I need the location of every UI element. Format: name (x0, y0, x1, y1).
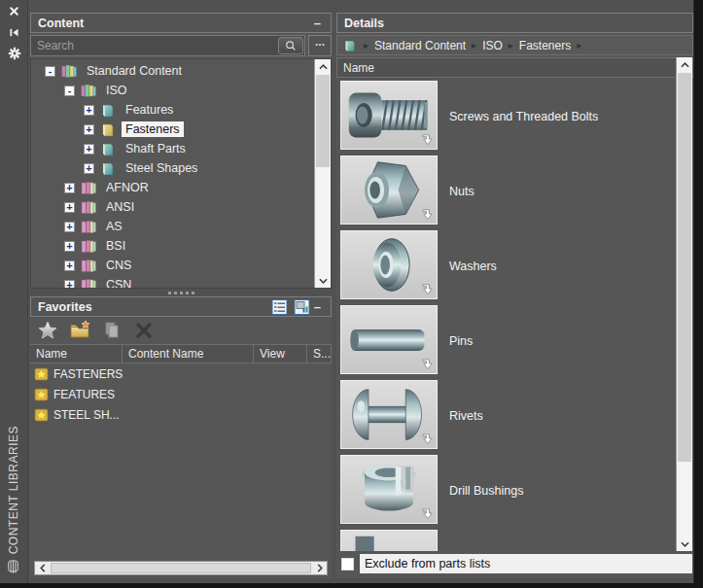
breadcrumb-standard-content[interactable]: Standard Content (374, 39, 466, 52)
content-libraries-palette: CONTENT LIBRARIES Content – ... (0, 0, 703, 588)
tree-item-iso[interactable]: -ISO (31, 81, 313, 100)
drill-down-arrow-icon (420, 506, 435, 521)
scroll-up-button[interactable] (677, 57, 692, 72)
details-panel-header: Details (336, 13, 693, 33)
content-tree-scrollbar[interactable] (314, 59, 331, 288)
tree-item-afnor[interactable]: +AFNOR (31, 178, 313, 197)
delete-button[interactable] (132, 319, 156, 342)
favorites-horizontal-scrollbar[interactable] (34, 561, 328, 575)
content-minimize-button[interactable]: – (311, 16, 324, 30)
details-footer: Exclude from parts lists (336, 553, 692, 574)
washer-thumbnail[interactable] (340, 230, 438, 299)
details-item-screws-and-threaded-bolts[interactable]: Screws and Threaded Bolts (336, 79, 676, 154)
breadcrumb-iso[interactable]: ISO (482, 39, 503, 52)
scroll-left-button[interactable] (35, 562, 50, 574)
nut-thumbnail[interactable] (340, 156, 438, 225)
book-green-icon (99, 103, 117, 118)
tree-item-cns[interactable]: +CNS (31, 256, 313, 275)
favorites-minimize-button[interactable]: – (311, 299, 324, 314)
partial-thumbnail[interactable] (340, 530, 438, 551)
column-header-content-name[interactable]: Content Name (123, 345, 254, 363)
properties-gear-button[interactable] (0, 43, 28, 64)
scroll-down-button[interactable] (677, 536, 692, 551)
rivet-thumbnail[interactable] (340, 380, 438, 449)
tree-item-label: ANSI (102, 199, 138, 215)
tree-item-csn[interactable]: +CSN (31, 275, 313, 289)
details-name-column-header[interactable]: Name (336, 57, 693, 78)
search-options-button[interactable]: ... (308, 35, 332, 56)
tree-item-ansi[interactable]: +ANSI (31, 197, 313, 217)
details-view-button[interactable] (271, 298, 289, 315)
details-list: Screws and Threaded BoltsNutsWashersPins… (336, 79, 676, 551)
library-stack-icon (5, 558, 21, 577)
tree-item-fasteners[interactable]: +Fasteners (31, 120, 313, 139)
tree-item-as[interactable]: +AS (31, 217, 313, 236)
image-view-button[interactable] (294, 298, 311, 315)
breadcrumb-fasteners[interactable]: Fasteners (519, 39, 571, 52)
expand-box-icon[interactable]: + (84, 144, 94, 155)
bushing-thumbnail[interactable] (340, 455, 438, 524)
copy-button[interactable] (100, 319, 123, 342)
expand-box-icon[interactable]: + (84, 124, 94, 135)
collapse-box-icon[interactable]: - (45, 66, 55, 77)
expand-box-icon[interactable]: + (64, 183, 75, 193)
favorite-name: FASTENERS (53, 367, 123, 381)
expand-box-icon[interactable]: + (64, 280, 75, 290)
details-view-icon (271, 299, 288, 315)
scrollbar-thumb[interactable] (316, 75, 330, 167)
tree-item-shaft-parts[interactable]: +Shaft Parts (31, 139, 313, 158)
close-button[interactable] (0, 0, 28, 21)
details-item-pins[interactable]: Pins (336, 303, 676, 378)
expand-box-icon[interactable]: + (84, 105, 94, 116)
exclude-checkbox[interactable] (341, 558, 354, 571)
expand-box-icon[interactable]: + (64, 241, 75, 252)
exclude-checkbox-label: Exclude from parts lists (365, 557, 490, 571)
scroll-up-button[interactable] (315, 59, 331, 74)
content-panel-header: Content – (30, 13, 332, 33)
favorite-row-features[interactable]: FEATURES (30, 384, 332, 404)
add-favorite-button[interactable] (36, 319, 59, 342)
new-folder-button[interactable] (68, 319, 91, 342)
tree-item-bsi[interactable]: +BSI (31, 236, 313, 256)
favorites-toolbar (30, 317, 332, 344)
details-panel: Details ▸Standard Content▸ISO▸Fasteners▸… (336, 13, 693, 578)
search-button[interactable] (278, 37, 303, 54)
details-scrollbar[interactable] (676, 57, 692, 551)
column-header-s[interactable]: S... (307, 345, 332, 363)
search-input[interactable] (30, 35, 305, 56)
breadcrumb-arrow-icon: ▸ (509, 40, 513, 51)
details-item-drill-bushings[interactable]: Drill Bushings (336, 453, 676, 528)
favorite-row-fasteners[interactable]: FASTENERS (30, 363, 332, 384)
expand-box-icon[interactable]: + (84, 163, 94, 174)
books-pink-icon (80, 239, 97, 254)
panel-splitter[interactable] (30, 290, 332, 295)
expand-box-icon[interactable]: + (64, 222, 75, 232)
column-header-name[interactable]: Name (30, 345, 123, 363)
scrollbar-thumb[interactable] (678, 73, 691, 462)
favorites-panel-title: Favorites (38, 300, 92, 314)
tree-item-standard-content[interactable]: -Standard Content (31, 61, 313, 81)
column-header-view[interactable]: View (254, 345, 307, 363)
details-item-washers[interactable]: Washers (336, 228, 676, 303)
books-pink-icon (80, 278, 97, 290)
exclude-label-bar: Exclude from parts lists (360, 554, 692, 573)
expand-box-icon[interactable]: + (64, 202, 75, 213)
collapse-box-icon[interactable]: - (64, 86, 75, 96)
details-item-rivets[interactable]: Rivets (336, 378, 676, 453)
details-item-nuts[interactable]: Nuts (336, 154, 676, 228)
screw-thumbnail[interactable] (340, 81, 438, 150)
books-pink-icon (80, 200, 97, 215)
scrollbar-thumb[interactable] (51, 563, 311, 573)
scroll-down-button[interactable] (315, 273, 331, 288)
expand-box-icon[interactable]: + (64, 260, 75, 271)
tree-item-steel-shapes[interactable]: +Steel Shapes (31, 158, 313, 178)
favorite-star-icon (34, 366, 49, 381)
scroll-right-button[interactable] (312, 562, 327, 574)
pin-thumbnail[interactable] (340, 305, 438, 374)
tree-item-features[interactable]: +Features (31, 100, 313, 120)
properties-gear-icon (8, 47, 21, 60)
content-panel-title: Content (38, 17, 84, 30)
details-item-partial[interactable] (336, 528, 676, 551)
favorite-row-steel-sh[interactable]: STEEL SH... (30, 404, 332, 425)
auto-hide-pin-button[interactable] (0, 21, 28, 43)
